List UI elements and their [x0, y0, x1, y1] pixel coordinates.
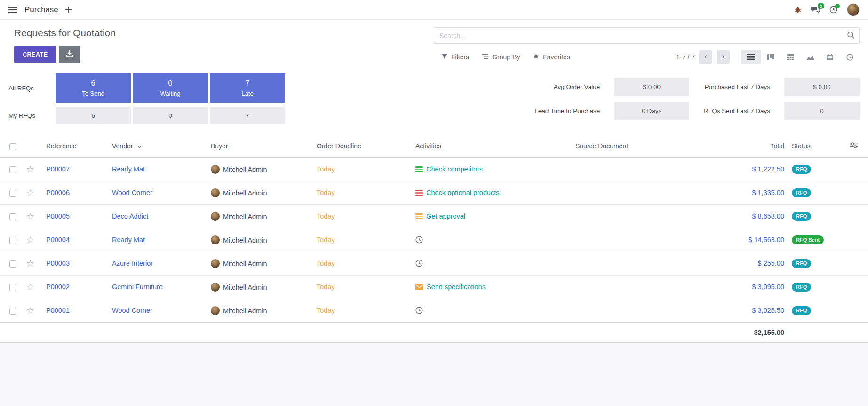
activity-label[interactable]: Check optional products: [426, 189, 500, 196]
reference-link[interactable]: P00003: [46, 260, 70, 267]
buyer-link[interactable]: Mitchell Admin: [223, 166, 267, 173]
row-checkbox[interactable]: [9, 284, 16, 291]
kanban-view-button[interactable]: [761, 50, 780, 64]
vendor-link[interactable]: Wood Corner: [112, 189, 152, 196]
activities-clock-icon[interactable]: [829, 6, 837, 14]
create-button[interactable]: CREATE: [14, 46, 56, 63]
buyer-link[interactable]: Mitchell Admin: [223, 307, 267, 315]
row-checkbox[interactable]: [9, 213, 16, 220]
buyer-link[interactable]: Mitchell Admin: [223, 284, 267, 291]
row-checkbox[interactable]: [9, 237, 16, 244]
filters-button[interactable]: Filters: [441, 53, 469, 61]
pivot-view-button[interactable]: [780, 50, 800, 64]
activity-label[interactable]: Get approval: [426, 212, 465, 220]
activity-label[interactable]: Send specifications: [427, 283, 486, 291]
favorite-star-icon[interactable]: ☆: [26, 306, 34, 316]
pager-value[interactable]: 1-7 / 7: [676, 53, 695, 61]
vendor-link[interactable]: Deco Addict: [112, 212, 148, 220]
activity-icon[interactable]: [415, 213, 423, 219]
calendar-view-button[interactable]: [820, 50, 840, 64]
activity-icon[interactable]: [415, 284, 423, 290]
favorite-star-icon[interactable]: ☆: [26, 282, 34, 292]
column-header-reference[interactable]: Reference: [42, 135, 108, 158]
table-row[interactable]: ☆ P00001 Wood Corner Mitchell Admin Toda…: [0, 299, 868, 322]
activity-icon[interactable]: [415, 236, 423, 244]
kpi-late[interactable]: 7Late: [210, 73, 285, 103]
buyer-avatar: [211, 212, 220, 221]
activity-icon[interactable]: [415, 307, 423, 314]
pager-next-button[interactable]: ›: [717, 50, 730, 64]
activity-icon[interactable]: [415, 190, 423, 196]
pager-previous-button[interactable]: ‹: [699, 50, 712, 64]
list-view-button[interactable]: [741, 50, 761, 64]
export-button[interactable]: [59, 46, 80, 63]
kpi-my-late[interactable]: 7: [210, 107, 285, 124]
activity-icon[interactable]: [415, 260, 423, 267]
row-checkbox[interactable]: [9, 190, 16, 197]
column-header-vendor[interactable]: Vendor: [108, 135, 207, 158]
favorite-star-icon[interactable]: ☆: [26, 188, 34, 198]
vendor-link[interactable]: Wood Corner: [112, 307, 152, 314]
activity-view-button[interactable]: [840, 50, 860, 64]
row-checkbox[interactable]: [9, 308, 16, 315]
favorite-star-icon[interactable]: ☆: [26, 211, 34, 221]
vendor-link[interactable]: Gemini Furniture: [112, 283, 163, 291]
optional-columns-sliders-icon[interactable]: [850, 142, 858, 150]
favorite-star-icon[interactable]: ☆: [26, 235, 34, 245]
vendor-link[interactable]: Ready Mat: [112, 165, 145, 173]
column-header-buyer[interactable]: Buyer: [207, 135, 313, 158]
activity-label[interactable]: Check competitors: [426, 165, 483, 173]
user-avatar[interactable]: [847, 3, 860, 16]
table-row[interactable]: ☆ P00004 Ready Mat Mitchell Admin Today …: [0, 228, 868, 252]
select-all-checkbox[interactable]: [9, 143, 16, 150]
app-name-menu[interactable]: Purchase: [24, 5, 58, 15]
favorite-star-icon[interactable]: ☆: [26, 164, 34, 174]
activity-icon[interactable]: [415, 166, 423, 172]
reference-link[interactable]: P00006: [46, 189, 70, 196]
search-input[interactable]: [434, 27, 860, 44]
buyer-link[interactable]: Mitchell Admin: [223, 260, 267, 268]
buyer-link[interactable]: Mitchell Admin: [223, 236, 267, 244]
column-header-status[interactable]: Status: [788, 135, 840, 158]
table-row[interactable]: ☆ P00002 Gemini Furniture Mitchell Admin…: [0, 275, 868, 299]
search-icon[interactable]: [847, 32, 855, 41]
vendor-link[interactable]: Azure Interior: [112, 260, 153, 267]
column-header-source[interactable]: Source Document: [572, 135, 713, 158]
buyer-link[interactable]: Mitchell Admin: [223, 189, 267, 197]
stat-label: RFQs Sent Last 7 Days: [703, 107, 770, 114]
reference-link[interactable]: P00002: [46, 283, 70, 291]
table-row[interactable]: ☆ P00003 Azure Interior Mitchell Admin T…: [0, 252, 868, 275]
column-header-total[interactable]: Total: [713, 135, 788, 158]
messages-icon[interactable]: 5: [811, 6, 820, 14]
graph-view-button[interactable]: [800, 50, 820, 64]
reference-link[interactable]: P00007: [46, 165, 70, 173]
buyer-link[interactable]: Mitchell Admin: [223, 213, 267, 220]
column-header-activities[interactable]: Activities: [412, 135, 572, 158]
reference-link[interactable]: P00004: [46, 236, 70, 244]
favorites-button[interactable]: Favorites: [533, 53, 570, 61]
hamburger-menu-icon[interactable]: [8, 7, 17, 13]
all-rfqs-label: All RFQs: [8, 85, 54, 92]
table-row[interactable]: ☆ P00005 Deco Addict Mitchell Admin Toda…: [0, 204, 868, 228]
kpi-to-send[interactable]: 6To Send: [56, 73, 131, 103]
group-by-button[interactable]: Group By: [482, 53, 520, 61]
page-background: [0, 343, 868, 406]
table-row[interactable]: ☆ P00007 Ready Mat Mitchell Admin Today …: [0, 157, 868, 181]
table-footer-row: 32,155.00: [0, 322, 868, 342]
total-value: $ 3,026.50: [752, 307, 784, 314]
debug-bug-icon[interactable]: [794, 6, 802, 14]
kpi-waiting[interactable]: 0Waiting: [133, 73, 208, 103]
rfq-list-table: Reference Vendor Buyer Order Deadline Ac…: [0, 135, 868, 343]
vendor-link[interactable]: Ready Mat: [112, 236, 145, 244]
stat-value: 0: [784, 102, 860, 120]
reference-link[interactable]: P00001: [46, 307, 70, 314]
row-checkbox[interactable]: [9, 166, 16, 173]
table-row[interactable]: ☆ P00006 Wood Corner Mitchell Admin Toda…: [0, 181, 868, 204]
kpi-my-to-send[interactable]: 6: [56, 107, 131, 124]
reference-link[interactable]: P00005: [46, 212, 70, 220]
column-header-deadline[interactable]: Order Deadline: [313, 135, 412, 158]
plus-icon[interactable]: [65, 7, 72, 13]
row-checkbox[interactable]: [9, 260, 16, 268]
favorite-star-icon[interactable]: ☆: [26, 259, 34, 268]
kpi-my-waiting[interactable]: 0: [133, 107, 208, 124]
